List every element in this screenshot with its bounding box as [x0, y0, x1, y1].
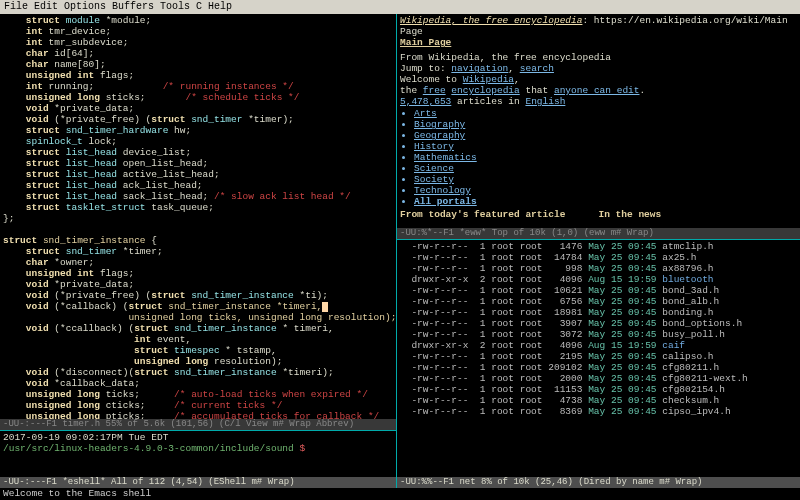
portal-link-mathematics[interactable]: Mathematics [414, 152, 797, 163]
portal-link-society[interactable]: Society [414, 174, 797, 185]
link-free[interactable]: free [423, 85, 446, 96]
dired-row[interactable]: -rw-r--r-- 1 root root 11153 May 25 09:4… [400, 384, 797, 395]
menu-file[interactable]: File [4, 1, 28, 12]
menu-buffers[interactable]: Buffers [112, 1, 154, 12]
link-search[interactable]: search [520, 63, 554, 74]
link-wikipedia[interactable]: Wikipedia [463, 74, 514, 85]
eshell-prompt-dir: /usr/src/linux-headers-4.9.0-3-common/in… [3, 443, 294, 454]
eshell-buffer[interactable]: 2017-09-19 09:02:17PM Tue EDT /usr/src/l… [0, 430, 396, 477]
eww-browser[interactable]: Wikipedia, the free encyclopedia: https:… [397, 14, 800, 228]
link-encyclopedia[interactable]: encyclopedia [451, 85, 519, 96]
dired-row[interactable]: -rw-r--r-- 1 root root 2000 May 25 09:45… [400, 373, 797, 384]
dired-row[interactable]: drwxr-xr-x 2 root root 4096 Aug 15 19:59… [400, 340, 797, 351]
link-navigation[interactable]: navigation [451, 63, 508, 74]
menu-c[interactable]: C [196, 1, 202, 12]
link-article-count[interactable]: 5,478,653 [400, 96, 451, 107]
eww-heading-main: Main Page [400, 37, 797, 48]
eww-tagline: the free encyclopedia that anyone can ed… [400, 85, 797, 96]
dired-row[interactable]: -rw-r--r-- 1 root root 14784 May 25 09:4… [400, 252, 797, 263]
dired-row[interactable]: -rw-r--r-- 1 root root 4738 May 25 09:45… [400, 395, 797, 406]
portal-link-arts[interactable]: Arts [414, 108, 797, 119]
c-source-editor[interactable]: struct module *module; int tmr_device; i… [0, 14, 396, 419]
dired-buffer[interactable]: -rw-r--r-- 1 root root 1476 May 25 09:45… [397, 239, 800, 477]
portal-link-all-portals[interactable]: All portals [414, 196, 797, 207]
menu-edit[interactable]: Edit [34, 1, 58, 12]
dired-row[interactable]: -rw-r--r-- 1 root root 3907 May 25 09:45… [400, 318, 797, 329]
dired-row[interactable]: -rw-r--r-- 1 root root 209102 May 25 09:… [400, 362, 797, 373]
dired-row[interactable]: -rw-r--r-- 1 root root 8369 May 25 09:45… [400, 406, 797, 417]
dired-row[interactable]: -rw-r--r-- 1 root root 3072 May 25 09:45… [400, 329, 797, 340]
eww-url-line: Wikipedia, the free encyclopedia: https:… [400, 15, 797, 37]
eshell-date: 2017-09-19 09:02:17PM Tue EDT [3, 432, 393, 443]
link-featured-image[interactable]: March 1951 cover [400, 226, 491, 227]
dired-row[interactable]: -rw-r--r-- 1 root root 10621 May 25 09:4… [400, 285, 797, 296]
portal-link-geography[interactable]: Geography [414, 130, 797, 141]
dired-row[interactable]: -rw-r--r-- 1 root root 998 May 25 09:45 … [400, 263, 797, 274]
in-the-news: In the news Artist's impression of theCa… [599, 209, 798, 227]
dired-row[interactable]: -rw-r--r-- 1 root root 1476 May 25 09:45… [400, 241, 797, 252]
modeline-code: -UU-:---F1 timer.h 55% of 5.6k (101,56) … [0, 419, 396, 430]
modeline-dired: -UU:%%--F1 net 8% of 10k (25,46) (Dired … [397, 477, 800, 488]
portal-list: ArtsBiographyGeographyHistoryMathematics… [414, 108, 797, 207]
eww-stats: 5,478,653 articles in English [400, 96, 797, 107]
menu-bar[interactable]: FileEditOptionsBuffersToolsCHelp [0, 0, 800, 14]
portal-link-biography[interactable]: Biography [414, 119, 797, 130]
link-anyone-edit[interactable]: anyone can edit [554, 85, 640, 96]
link-news-image[interactable]: Artist's impression of the [599, 226, 747, 227]
dired-row[interactable]: -rw-r--r-- 1 root root 6756 May 25 09:45… [400, 296, 797, 307]
eww-jump: Jump to: navigation, search [400, 63, 797, 74]
minibuffer[interactable]: Welcome to the Emacs shell [0, 488, 800, 500]
menu-tools[interactable]: Tools [160, 1, 190, 12]
dired-row[interactable]: -rw-r--r-- 1 root root 2195 May 25 09:45… [400, 351, 797, 362]
dired-row[interactable]: -rw-r--r-- 1 root root 18981 May 25 09:4… [400, 307, 797, 318]
eshell-prompt-sigil: $ [294, 443, 305, 454]
link-english[interactable]: English [525, 96, 565, 107]
menu-help[interactable]: Help [208, 1, 232, 12]
portal-link-science[interactable]: Science [414, 163, 797, 174]
modeline-eshell: -UU-:---F1 *eshell* All of 112 (4,54) (E… [0, 477, 396, 488]
dired-row[interactable]: drwxr-xr-x 2 root root 4096 Aug 15 19:59… [400, 274, 797, 285]
eww-welcome: Welcome to Wikipedia, [400, 74, 797, 85]
modeline-eww: -UU:%*--F1 *eww* Top of 10k (1,0) (eww m… [397, 228, 800, 239]
eww-intro: From Wikipedia, the free encyclopedia [400, 52, 797, 63]
portal-link-history[interactable]: History [414, 141, 797, 152]
portal-link-technology[interactable]: Technology [414, 185, 797, 196]
featured-article: From today's featured article March 1951… [400, 209, 599, 227]
menu-options[interactable]: Options [64, 1, 106, 12]
